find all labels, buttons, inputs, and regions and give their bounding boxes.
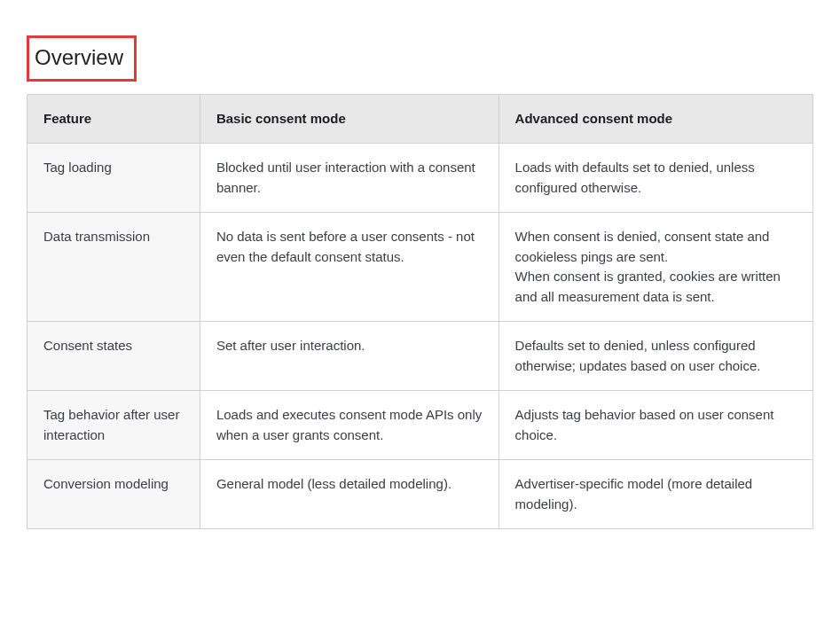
advanced-cell: When consent is denied, consent state an…	[499, 213, 813, 322]
table-row: Conversion modeling General model (less …	[27, 460, 813, 529]
table-row: Tag behavior after user interaction Load…	[27, 391, 813, 460]
feature-cell: Tag loading	[27, 144, 200, 213]
basic-cell: Set after user interaction.	[200, 322, 499, 391]
column-header-basic: Basic consent mode	[200, 94, 499, 144]
feature-cell: Consent states	[27, 322, 200, 391]
comparison-table: Feature Basic consent mode Advanced cons…	[27, 94, 813, 530]
table-header-row: Feature Basic consent mode Advanced cons…	[27, 94, 813, 144]
column-header-advanced: Advanced consent mode	[499, 94, 813, 144]
table-row: Tag loading Blocked until user interacti…	[27, 144, 813, 213]
table-row: Consent states Set after user interactio…	[27, 322, 813, 391]
feature-cell: Tag behavior after user interaction	[27, 391, 200, 460]
advanced-cell: Adjusts tag behavior based on user conse…	[499, 391, 813, 460]
basic-cell: No data is sent before a user consents -…	[200, 213, 499, 322]
table-row: Data transmission No data is sent before…	[27, 213, 813, 322]
basic-cell: Blocked until user interaction with a co…	[200, 144, 499, 213]
basic-cell: Loads and executes consent mode APIs onl…	[200, 391, 499, 460]
feature-cell: Conversion modeling	[27, 460, 200, 529]
feature-cell: Data transmission	[27, 213, 200, 322]
column-header-feature: Feature	[27, 94, 200, 144]
basic-cell: General model (less detailed modeling).	[200, 460, 499, 529]
advanced-cell: Loads with defaults set to denied, unles…	[499, 144, 813, 213]
advanced-cell: Defaults set to denied, unless configure…	[499, 322, 813, 391]
section-heading: Overview	[27, 35, 137, 82]
advanced-cell: Advertiser-specific model (more detailed…	[499, 460, 813, 529]
